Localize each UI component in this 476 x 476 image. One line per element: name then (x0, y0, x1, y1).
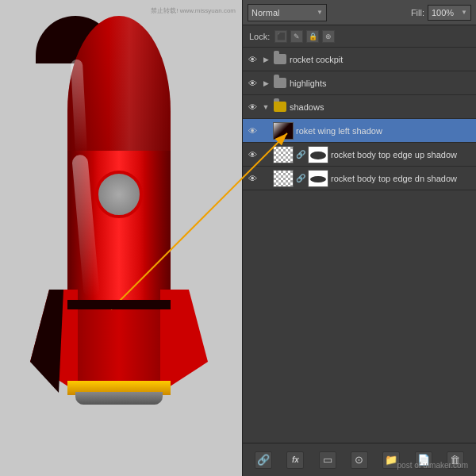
lock-transparent-icon[interactable]: ⬛ (274, 30, 287, 43)
folder-icon (273, 53, 287, 66)
eye-icon[interactable]: 👁 (246, 101, 259, 113)
blend-mode-select[interactable]: Normal ▼ (248, 4, 327, 21)
blend-mode-label: Normal (251, 8, 279, 17)
rocket-porthole (95, 171, 143, 218)
arrow-spacer (261, 126, 271, 136)
layer-item-wing-shadow[interactable]: 👁 roket wing left shadow (243, 119, 476, 143)
fill-label: Fill: (411, 8, 424, 17)
lock-image-icon[interactable]: ✎ (290, 30, 303, 43)
layer-thumbnail-2 (308, 170, 328, 187)
arrow-icon[interactable]: ▶ (261, 55, 271, 64)
arrow-spacer (261, 150, 271, 159)
add-mask-button[interactable]: ▭ (319, 451, 336, 469)
layers-list: 👁 ▶ rocket cockpit 👁 ▶ highlights 👁 ▼ sh… (243, 48, 476, 443)
layer-name: rocket body top edge up shadow (331, 150, 473, 159)
layer-thumbnail-1 (273, 170, 294, 187)
folder-icon (273, 77, 287, 90)
fill-area: Fill: 100% ▼ (411, 5, 471, 21)
blend-mode-bar: Normal ▼ Fill: 100% ▼ (243, 0, 476, 25)
layer-thumbnail-1 (273, 146, 294, 163)
lock-icons: ⬛ ✎ 🔒 ⊕ (274, 30, 335, 43)
rocket-nozzle (67, 381, 171, 405)
layer-name: shadows (290, 102, 473, 112)
layer-item-body-top-dn[interactable]: 👁 🔗 rocket body top edge dn shadow (243, 167, 476, 190)
layer-name: highlights (290, 79, 473, 88)
watermark: 禁止转载! www.missyuan.com (151, 6, 236, 15)
eye-icon[interactable]: 👁 (246, 77, 259, 90)
fill-value: 100% (432, 8, 454, 17)
post-footer: post of uimaker.com (397, 461, 468, 470)
fill-arrow: ▼ (461, 9, 467, 16)
layer-item-body-top-up[interactable]: 👁 🔗 rocket body top edge up shadow (243, 143, 476, 167)
eye-icon[interactable]: 👁 (246, 125, 259, 137)
eye-icon[interactable]: 👁 (246, 172, 259, 185)
nozzle-gray (75, 392, 163, 405)
eye-icon[interactable]: 👁 (246, 148, 259, 161)
lock-label: Lock: (249, 32, 270, 41)
lock-position-icon[interactable]: 🔒 (306, 30, 319, 43)
layer-name: rocket body top edge dn shadow (331, 174, 473, 183)
layer-thumbnail (273, 122, 294, 140)
layer-item-shadows[interactable]: 👁 ▼ shadows (243, 95, 476, 119)
lock-all-icon[interactable]: ⊕ (322, 30, 335, 43)
folder-open-icon (273, 101, 287, 113)
fill-select[interactable]: 100% ▼ (428, 5, 471, 21)
blend-mode-arrow: ▼ (317, 9, 323, 16)
arrow-icon[interactable]: ▶ (261, 79, 271, 88)
layer-thumbnail-2 (308, 146, 328, 163)
rocket-fin-section (67, 309, 171, 389)
canvas-area: 禁止转载! www.missyuan.com (0, 0, 242, 476)
layers-panel: Normal ▼ Fill: 100% ▼ Lock: ⬛ ✎ 🔒 ⊕ 👁 ▶ (242, 0, 476, 476)
layer-name: roket wing left shadow (296, 126, 473, 136)
arrow-spacer (261, 174, 271, 183)
layer-item-highlights[interactable]: 👁 ▶ highlights (243, 71, 476, 95)
lock-bar: Lock: ⬛ ✎ 🔒 ⊕ (243, 25, 476, 48)
layer-item-rocket-cockpit[interactable]: 👁 ▶ rocket cockpit (243, 48, 476, 71)
arrow-icon[interactable]: ▼ (261, 102, 271, 112)
adjustment-button[interactable]: ⊙ (351, 451, 368, 469)
rocket-belt-top (67, 300, 171, 309)
link-layers-button[interactable]: 🔗 (255, 451, 272, 469)
bottom-toolbar: 🔗 fx ▭ ⊙ 📁 📄 🗑 (243, 443, 476, 476)
rocket-illustration (24, 16, 214, 460)
fx-button[interactable]: fx (286, 451, 304, 469)
link-icon[interactable]: 🔗 (296, 150, 305, 159)
layer-name: rocket cockpit (290, 55, 473, 64)
link-icon[interactable]: 🔗 (296, 174, 305, 183)
eye-icon[interactable]: 👁 (246, 53, 259, 66)
